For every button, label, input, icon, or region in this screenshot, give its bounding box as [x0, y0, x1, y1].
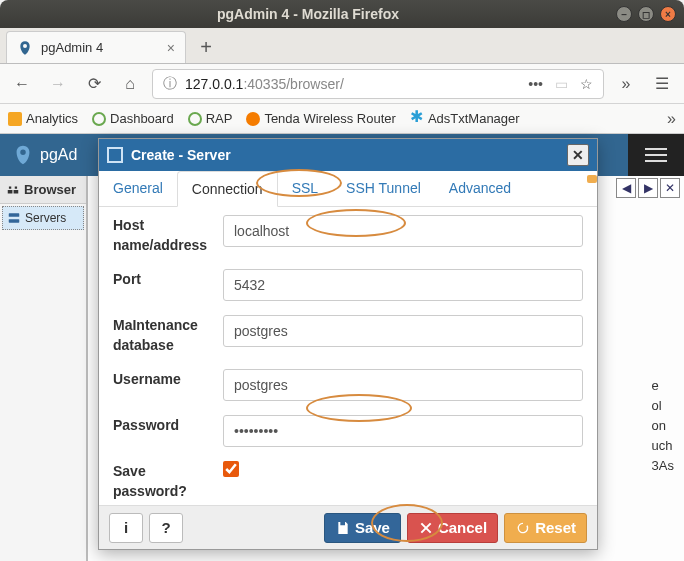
- tab-ssh-tunnel[interactable]: SSH Tunnel: [332, 171, 435, 206]
- tab-connection[interactable]: Connection: [177, 171, 278, 207]
- nav-home-button[interactable]: ⌂: [116, 70, 144, 98]
- os-titlebar: pgAdmin 4 - Mozilla Firefox – ◻ ×: [0, 0, 684, 28]
- password-label: Password: [113, 415, 223, 435]
- pgadmin-sidebar: Browser Servers: [0, 176, 88, 561]
- browser-toolbar: ← → ⟳ ⌂ ⓘ 127.0.0.1:40335/browser/ ••• ▭…: [0, 64, 684, 104]
- page-actions-icon[interactable]: •••: [528, 76, 543, 92]
- recycle-icon: [515, 520, 531, 536]
- dialog-tabs: General Connection SSL SSH Tunnel Advanc…: [99, 171, 597, 207]
- cancel-button[interactable]: Cancel: [407, 513, 498, 543]
- bookmark-dashboard[interactable]: Dashboard: [92, 111, 174, 126]
- panel-prev-button[interactable]: ◀: [616, 178, 636, 198]
- username-label: Username: [113, 369, 223, 389]
- bookmark-rap[interactable]: RAP: [188, 111, 233, 126]
- password-input[interactable]: [223, 415, 583, 447]
- host-label: Host name/address: [113, 215, 223, 255]
- nav-reload-button[interactable]: ⟳: [80, 70, 108, 98]
- maintenance-db-input[interactable]: [223, 315, 583, 347]
- panel-next-button[interactable]: ▶: [638, 178, 658, 198]
- dialog-body: Host name/address Port MaIntenance datab…: [99, 207, 597, 505]
- info-button[interactable]: i: [109, 513, 143, 543]
- window-close-button[interactable]: ×: [660, 6, 676, 22]
- sidebar-header: Browser: [0, 176, 86, 204]
- background-text-fragment: e ol on uch 3As: [652, 376, 674, 476]
- tab-close-icon[interactable]: ×: [167, 40, 175, 56]
- tab-title: pgAdmin 4: [41, 40, 103, 55]
- nav-forward-button[interactable]: →: [44, 70, 72, 98]
- save-button[interactable]: Save: [324, 513, 401, 543]
- maintenance-db-label: MaIntenance database: [113, 315, 223, 355]
- bookmark-analytics[interactable]: Analytics: [8, 111, 78, 126]
- bookmark-adstxt[interactable]: ✱AdsTxtManager: [410, 111, 520, 126]
- username-input[interactable]: [223, 369, 583, 401]
- elephant-icon: [12, 144, 34, 166]
- save-icon: [335, 520, 351, 536]
- svg-rect-0: [9, 213, 20, 217]
- close-icon: [418, 520, 434, 536]
- save-password-checkbox[interactable]: [223, 461, 239, 477]
- overflow-button[interactable]: »: [612, 70, 640, 98]
- hamburger-menu-button[interactable]: ☰: [648, 70, 676, 98]
- dialog-close-button[interactable]: ✕: [567, 144, 589, 166]
- reset-button[interactable]: Reset: [504, 513, 587, 543]
- window-title: pgAdmin 4 - Mozilla Firefox: [0, 6, 616, 22]
- dialog-body-scrollbar[interactable]: [587, 175, 597, 183]
- reader-view-icon[interactable]: ▭: [555, 76, 568, 92]
- dialog-icon: [107, 147, 123, 163]
- save-password-label: Save password?: [113, 461, 223, 501]
- url-host: 127.0.0.1: [185, 76, 243, 92]
- help-button[interactable]: ?: [149, 513, 183, 543]
- pgadmin-logo: pgAd: [12, 144, 77, 166]
- port-label: Port: [113, 269, 223, 289]
- dialog-title: Create - Server: [131, 147, 231, 163]
- site-info-icon[interactable]: ⓘ: [163, 75, 177, 93]
- server-icon: [7, 211, 21, 225]
- panel-close-button[interactable]: ✕: [660, 178, 680, 198]
- host-input[interactable]: [223, 215, 583, 247]
- browser-tab-active[interactable]: pgAdmin 4 ×: [6, 31, 186, 63]
- bookmark-star-icon[interactable]: ☆: [580, 76, 593, 92]
- panel-toolbar: ◀ ▶ ✕: [616, 178, 680, 198]
- dialog-footer: i ? Save Cancel Reset: [99, 505, 597, 549]
- create-server-dialog: Create - Server ✕ General Connection SSL…: [98, 138, 598, 550]
- url-rest: :40335/browser/: [243, 76, 343, 92]
- binoculars-icon: [6, 183, 20, 197]
- new-tab-button[interactable]: +: [190, 31, 222, 63]
- window-maximize-button[interactable]: ◻: [638, 6, 654, 22]
- svg-rect-1: [9, 219, 20, 223]
- port-input[interactable]: [223, 269, 583, 301]
- tab-advanced[interactable]: Advanced: [435, 171, 525, 206]
- app-name: pgAd: [40, 146, 77, 164]
- pgadmin-favicon: [17, 40, 33, 56]
- nav-back-button[interactable]: ←: [8, 70, 36, 98]
- bookmarks-overflow-button[interactable]: »: [667, 110, 676, 128]
- tree-item-servers[interactable]: Servers: [2, 206, 84, 230]
- tab-general[interactable]: General: [99, 171, 177, 206]
- url-bar[interactable]: ⓘ 127.0.0.1:40335/browser/ ••• ▭ ☆: [152, 69, 604, 99]
- pgadmin-menu-button[interactable]: [628, 134, 684, 176]
- bookmark-tenda[interactable]: Tenda Wireless Router: [246, 111, 396, 126]
- tab-ssl[interactable]: SSL: [278, 171, 332, 206]
- browser-tabstrip: pgAdmin 4 × +: [0, 28, 684, 64]
- bookmarks-bar: Analytics Dashboard RAP Tenda Wireless R…: [0, 104, 684, 134]
- window-minimize-button[interactable]: –: [616, 6, 632, 22]
- dialog-titlebar[interactable]: Create - Server ✕: [99, 139, 597, 171]
